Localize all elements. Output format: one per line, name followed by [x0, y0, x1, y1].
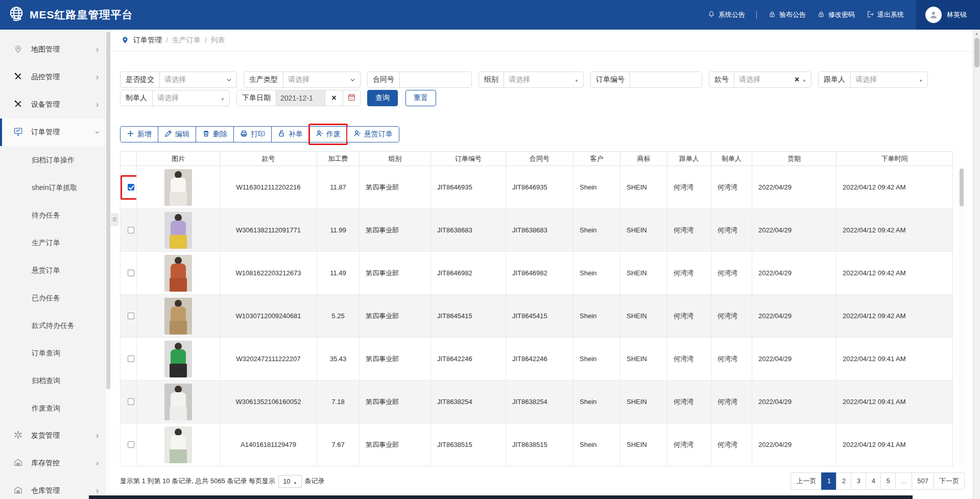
table-scrollbar[interactable] — [959, 166, 964, 465]
production-type-select[interactable]: 请选择 — [283, 72, 360, 87]
nav-change-password[interactable]: 修改密码 — [817, 10, 855, 20]
cell-delivery_date: 2022/04/29 — [752, 381, 836, 423]
sidebar-subitem-order-query[interactable]: 订单查询 — [0, 339, 105, 367]
page-size-select[interactable]: 10 — [278, 475, 301, 488]
edit-button[interactable]: 编辑 — [158, 127, 196, 142]
product-image[interactable] — [164, 169, 192, 206]
sidebar-scrollbar[interactable] — [105, 30, 111, 499]
row-checkbox[interactable] — [128, 398, 134, 405]
sidebar-subitem-shein-order-fetch[interactable]: shein订单抓取 — [0, 174, 105, 201]
search-button[interactable]: 查询 — [367, 90, 398, 106]
breadcrumb-item[interactable]: 生产订单 — [172, 36, 201, 45]
pagination: 上一页12345...507下一页 — [791, 472, 965, 490]
sidebar-subitem-todo-tasks[interactable]: 待办任务 — [0, 201, 105, 229]
location-pin-icon — [121, 36, 129, 45]
sidebar-subitem-done-tasks[interactable]: 已办任务 — [0, 284, 105, 312]
reset-button[interactable]: 重置 — [405, 90, 436, 106]
sidebar-subitem-style-todo-tasks[interactable]: 款式待办任务 — [0, 312, 105, 339]
cell-order_time: 2022/04/12 09:41 AM — [836, 423, 953, 466]
sidebar-item-shipping[interactable]: 发货管理 — [0, 422, 105, 449]
cell-group: 第四事业部 — [360, 209, 431, 252]
page-button[interactable]: 507 — [912, 472, 934, 490]
clear-icon[interactable] — [795, 75, 799, 84]
submit-status-select[interactable]: 请选择 — [160, 72, 236, 87]
toolbar-button-label: 编辑 — [175, 130, 189, 139]
supplement-order-button[interactable]: 补单 — [272, 127, 309, 142]
checkbox-wrap — [121, 347, 137, 371]
sidebar-subitem-archive-query[interactable]: 归档查询 — [0, 367, 105, 394]
column-header: 货期 — [752, 152, 836, 166]
sidebar-item-orders[interactable]: 订单管理 — [0, 118, 105, 146]
order-no-input[interactable] — [630, 72, 702, 87]
page-button[interactable]: 4 — [866, 472, 881, 490]
sidebar-item-equipment[interactable]: 设备管理 — [0, 91, 105, 118]
page-button[interactable]: 2 — [836, 472, 851, 490]
page-button[interactable]: 5 — [880, 472, 896, 490]
nav-fabric-announcements[interactable]: 验布公告 — [768, 10, 806, 20]
sidebar-item-label: 品控管理 — [31, 73, 60, 82]
checkbox-wrap — [121, 261, 137, 286]
cell-merchandiser: 何湾湾 — [667, 381, 711, 423]
merchandiser-select[interactable]: 请选择 — [851, 72, 927, 87]
sidebar-subitem-production-orders[interactable]: 生产订单 — [0, 229, 105, 256]
sidebar-subitem-archive-order-ops[interactable]: 归档订单操作 — [0, 146, 105, 174]
scroll-up-arrow-icon[interactable]: ▲ — [973, 30, 980, 35]
maker-select[interactable]: 请选择 — [153, 90, 229, 106]
date-clear-button[interactable] — [325, 90, 343, 106]
select-value: 请选择 — [739, 75, 760, 84]
cell-customer: Shein — [573, 423, 620, 466]
page-button[interactable]: 下一页 — [934, 472, 965, 490]
checkbox-cell — [121, 166, 137, 209]
chevron-down-icon — [93, 131, 101, 133]
page-button[interactable]: 3 — [851, 472, 866, 490]
page-button[interactable]: 上一页 — [791, 472, 822, 490]
row-checkbox[interactable] — [128, 227, 134, 233]
user-menu[interactable]: 林英锐 — [916, 0, 980, 30]
sidebar-item-label: 地图管理 — [31, 45, 60, 54]
select-value: 请选择 — [164, 75, 186, 84]
style-no-select[interactable]: 请选择 — [734, 72, 811, 87]
cell-maker: 何湾湾 — [711, 166, 752, 209]
table-row: W306138211209177111.99第四事业部JIT8638683JIT… — [121, 209, 953, 252]
column-header: 商标 — [620, 152, 667, 166]
product-image[interactable] — [164, 426, 192, 463]
row-checkbox[interactable] — [128, 270, 134, 276]
add-button[interactable]: 新增 — [121, 127, 158, 142]
row-checkbox[interactable] — [128, 441, 134, 448]
row-checkbox[interactable] — [128, 355, 134, 362]
sidebar-item-quality[interactable]: 品控管理 — [0, 63, 105, 91]
order-date-value[interactable]: 2021-12-1 — [276, 90, 325, 106]
sidebar-subitem-bounty-orders[interactable]: 悬赏订单 — [0, 256, 105, 284]
table-scrollbar-thumb[interactable] — [960, 169, 964, 206]
product-image[interactable] — [164, 212, 192, 249]
nav-system-announcements[interactable]: 系统公告 — [707, 10, 745, 20]
sidebar-collapse-handle[interactable]: ☰ — [111, 213, 118, 226]
sidebar-item-map[interactable]: 地图管理 — [0, 36, 105, 63]
void-button[interactable]: 作废 — [309, 127, 347, 142]
date-picker-button[interactable] — [343, 90, 360, 106]
sidebar-scrollbar-thumb[interactable] — [106, 32, 110, 389]
delete-button[interactable]: 删除 — [196, 127, 234, 142]
product-image[interactable] — [164, 341, 192, 377]
cell-contract_no: JIT8638683 — [506, 209, 573, 252]
bounty-order-button[interactable]: 悬赏订单 — [347, 127, 399, 142]
caret-down-icon — [575, 76, 579, 84]
product-image[interactable] — [164, 298, 192, 335]
print-button[interactable]: 打印 — [234, 127, 272, 142]
cell-customer: Shein — [573, 295, 620, 338]
network-gear-icon — [13, 430, 23, 441]
page-button[interactable]: 1 — [821, 472, 836, 490]
row-checkbox[interactable] — [128, 184, 134, 191]
sidebar-item-inventory[interactable]: 库存管控 — [0, 449, 105, 477]
row-checkbox[interactable] — [128, 313, 134, 319]
cell-fee: 11.87 — [317, 166, 360, 209]
group-select[interactable]: 请选择 — [504, 72, 583, 87]
page-scrollbar-thumb[interactable] — [974, 38, 979, 67]
sidebar-subitem-void-query[interactable]: 作废查询 — [0, 394, 105, 422]
contract-no-input[interactable] — [400, 72, 471, 87]
product-image[interactable] — [164, 255, 192, 292]
nav-logout[interactable]: 退出系统 — [866, 10, 904, 20]
chevron-right-icon — [96, 73, 99, 81]
product-image[interactable] — [164, 384, 192, 420]
page-scrollbar[interactable]: ▲ — [973, 30, 980, 499]
